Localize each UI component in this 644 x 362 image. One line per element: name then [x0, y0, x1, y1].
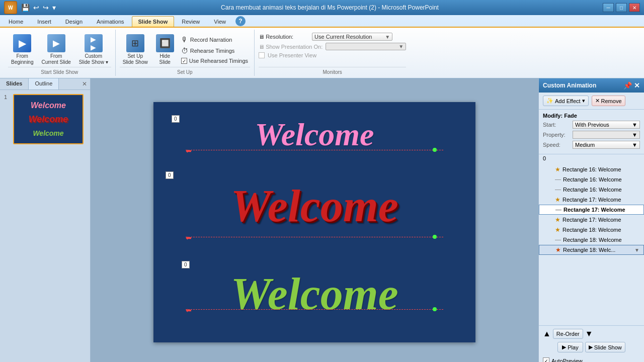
- tab-animations[interactable]: Animations: [90, 16, 130, 27]
- resolution-value: Use Current Resolution: [314, 34, 372, 40]
- motion-arrow-left-red: ⬅: [186, 234, 192, 242]
- redo-icon[interactable]: ↪: [42, 3, 50, 13]
- rehearse-timings-button[interactable]: ⏱ Rehearse Timings: [179, 46, 250, 56]
- help-icon[interactable]: ?: [235, 16, 246, 26]
- anim-item-r17-3[interactable]: ★ Rectangle 17: Welcome: [539, 215, 644, 225]
- animation-toolbar: ✨ Add Effect ▾ ✕ Remove: [539, 93, 644, 110]
- slides-panel-close[interactable]: ✕: [79, 78, 90, 89]
- add-effect-label: Add Effect: [555, 98, 581, 104]
- slideshow-button[interactable]: ▶ Slide Show: [585, 342, 625, 352]
- window-title: Cara membuat animasi teks berjalan di Ms…: [57, 4, 603, 11]
- presenter-view-row: Use Presenter View: [259, 52, 406, 58]
- setup-slideshow-button[interactable]: ⊞ Set UpSlide Show: [120, 33, 151, 67]
- animation-list: ★ Rectangle 16: Welcome — Rectangle 16: …: [539, 162, 644, 325]
- minimize-button[interactable]: ─: [603, 3, 614, 12]
- line-icon-r18-2: —: [555, 236, 561, 243]
- ribbon-content: ▶ FromBeginning ▶ FromCurrent Slide ▶▶ C…: [0, 27, 644, 78]
- motion-arrow-left-green: ⬅: [186, 306, 192, 314]
- from-beginning-label: FromBeginning: [11, 53, 33, 65]
- tab-slideshow[interactable]: Slide Show: [132, 16, 175, 27]
- from-beginning-button[interactable]: ▶ FromBeginning: [8, 33, 36, 67]
- custom-slideshow-button[interactable]: ▶▶ CustomSlide Show ▾: [76, 33, 111, 67]
- quick-access-toolbar: 💾 ↩ ↪ ▾: [20, 3, 57, 13]
- animation-footer: ▲ Re-Order ▼: [539, 325, 644, 342]
- speed-dropdown-icon: ▼: [632, 142, 637, 148]
- hide-slide-button[interactable]: 🔲 HideSlide: [153, 33, 177, 67]
- modify-title: Modify: Fade: [543, 113, 640, 119]
- speed-select[interactable]: Medium ▼: [573, 141, 640, 149]
- star-icon-r18-1: ★: [555, 226, 560, 233]
- canvas-area: 0 0 0 Welcome ⬅ Welcome ⬅ Welcome ⬅: [91, 78, 538, 362]
- autopreview-label: AutoPreview: [551, 358, 583, 363]
- anim-item-r16-2-text: Rectangle 16: Welcome: [563, 176, 640, 183]
- tab-home[interactable]: Home: [2, 16, 30, 27]
- anim-item-r17-2[interactable]: — Rectangle 17: Welcome: [539, 205, 644, 215]
- from-current-button[interactable]: ▶ FromCurrent Slide: [38, 33, 73, 67]
- slide-canvas[interactable]: 0 0 0 Welcome ⬅ Welcome ⬅ Welcome ⬅: [153, 102, 475, 342]
- property-select[interactable]: ▼: [573, 131, 640, 139]
- reorder-down-icon[interactable]: ▼: [585, 329, 593, 338]
- rehearse-timings-label: Rehearse Timings: [190, 48, 235, 54]
- add-effect-dropdown: ▾: [582, 98, 585, 104]
- use-rehearsed-button[interactable]: ✓ Use Rehearsed Timings: [179, 57, 250, 65]
- animation-panel-close[interactable]: ✕: [634, 81, 640, 89]
- autopreview-checkbox[interactable]: ✓: [543, 357, 549, 362]
- star-icon-r16-1: ★: [555, 166, 560, 173]
- anim-item-r18-3-text: Rectangle 18: Welc...: [563, 247, 632, 253]
- anim-item-r18-2-text: Rectangle 18: Welcome: [563, 237, 640, 243]
- anim-item-r16-2[interactable]: — Rectangle 16: Welcome: [539, 174, 644, 185]
- tab-review[interactable]: Review: [175, 16, 206, 27]
- use-rehearsed-label: Use Rehearsed Timings: [189, 58, 248, 64]
- anim-item-r18-3[interactable]: ★ Rectangle 18: Welc... ▼: [539, 245, 644, 255]
- more-icon[interactable]: ▾: [51, 3, 57, 13]
- presenter-view-checkbox[interactable]: [259, 52, 265, 58]
- anim-item-r16-3[interactable]: — Rectangle 16: Welcome: [539, 185, 644, 195]
- animation-panel-pin[interactable]: 📌: [623, 81, 632, 89]
- line-icon-r16-2: —: [555, 176, 561, 183]
- anim-item-r16-3-text: Rectangle 16: Welcome: [563, 187, 640, 193]
- remove-button[interactable]: ✕ Remove: [592, 96, 625, 106]
- anim-item-r16-1[interactable]: ★ Rectangle 16: Welcome: [539, 164, 644, 174]
- tab-insert[interactable]: Insert: [31, 16, 58, 27]
- slideshow-icon: ▶: [589, 344, 593, 350]
- start-value: With Previous: [575, 122, 609, 128]
- tab-design[interactable]: Design: [59, 16, 89, 27]
- slides-tab[interactable]: Slides: [0, 78, 29, 89]
- anim-item-r18-2[interactable]: — Rectangle 18: Welcome: [539, 235, 644, 245]
- show-presentation-row: 🖥 Show Presentation On: ▼: [259, 43, 406, 50]
- animation-panel-header: Custom Animation 📌 ✕: [539, 78, 644, 93]
- resolution-select[interactable]: Use Current Resolution ▼: [312, 33, 392, 41]
- play-slideshow-row: ▶ Play ▶ Slide Show: [539, 342, 644, 355]
- remove-icon: ✕: [595, 98, 600, 104]
- list-badge-row: 0: [539, 154, 644, 162]
- slideshow-label: Slide Show: [594, 344, 622, 350]
- office-button[interactable]: W: [4, 1, 17, 14]
- start-dropdown-icon: ▼: [632, 122, 637, 128]
- anim-item-r18-3-dropdown[interactable]: ▼: [634, 247, 639, 253]
- tab-view[interactable]: View: [207, 16, 232, 27]
- setup-small-buttons: 🎙 Record Narration ⏱ Rehearse Timings ✓ …: [179, 33, 250, 65]
- close-button[interactable]: ✕: [629, 3, 640, 12]
- record-narration-button[interactable]: 🎙 Record Narration: [179, 35, 250, 45]
- add-effect-button[interactable]: ✨ Add Effect ▾: [543, 96, 589, 106]
- resolution-dropdown-icon: ▼: [385, 34, 390, 40]
- reorder-up-icon[interactable]: ▲: [543, 329, 551, 338]
- start-select[interactable]: With Previous ▼: [573, 121, 640, 129]
- speed-row: Speed: Medium ▼: [543, 141, 640, 149]
- save-icon[interactable]: 💾: [20, 3, 31, 13]
- slide-thumbnail-1[interactable]: Welcome Welcome Welcome: [13, 94, 84, 144]
- star-icon-r18-3: ★: [555, 246, 561, 253]
- outline-tab[interactable]: Outline: [29, 78, 59, 89]
- ribbon-tabs: Home Insert Design Animations Slide Show…: [0, 15, 644, 27]
- undo-icon[interactable]: ↩: [32, 3, 40, 13]
- anim-item-r17-1[interactable]: ★ Rectangle 17: Welcome: [539, 195, 644, 205]
- anim-item-r18-1[interactable]: ★ Rectangle 18: Welcome: [539, 225, 644, 235]
- play-button[interactable]: ▶ Play: [557, 342, 583, 352]
- group-start-inner: ▶ FromBeginning ▶ FromCurrent Slide ▶▶ C…: [8, 31, 111, 67]
- show-presentation-select[interactable]: ▼: [326, 43, 406, 50]
- maximize-button[interactable]: □: [616, 3, 627, 12]
- custom-slideshow-label: CustomSlide Show ▾: [79, 53, 108, 65]
- use-rehearsed-checkbox[interactable]: ✓: [181, 58, 187, 64]
- animation-panel: Custom Animation 📌 ✕ ✨ Add Effect ▾ ✕ Re…: [538, 78, 644, 362]
- reorder-button[interactable]: Re-Order: [553, 329, 583, 339]
